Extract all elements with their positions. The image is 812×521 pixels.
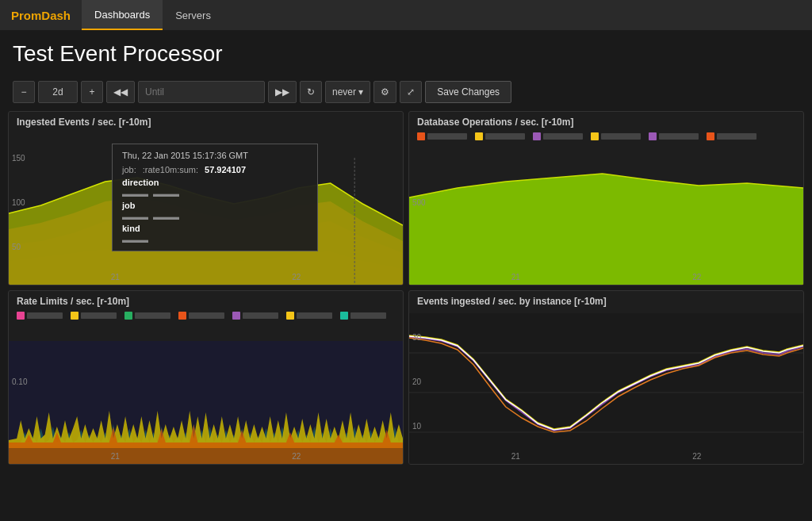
dashboard-grid: Ingested Events / sec. [r-10m] Thu, 22 J… (0, 111, 812, 473)
legend-swatch-3 (533, 132, 541, 140)
legend-swatch-5 (649, 132, 657, 140)
toolbar: − + ◀◀ ▶▶ ↻ never ▾ ⚙ ⤢ Save Changes (0, 81, 812, 111)
refresh-button[interactable]: ↻ (300, 81, 322, 103)
tooltip-direction-label: direction (122, 178, 308, 187)
svg-rect-15 (409, 313, 803, 464)
nav-brand[interactable]: PromDash (8, 9, 82, 22)
rate-legend-6 (286, 312, 332, 320)
panel-events-by-instance-title: Events ingested / sec. by instance [r-10… (409, 291, 803, 310)
x-label-21: 21 (111, 273, 120, 282)
y-label-20: 20 (412, 377, 421, 386)
tooltip-job-sub: ▬▬▬ ▬▬▬ (122, 212, 308, 221)
y-label-010: 0.10 (12, 377, 27, 386)
interval-input[interactable] (38, 81, 78, 103)
rate-label-6 (297, 312, 332, 319)
nav-item-dashboards[interactable]: Dashboards (82, 0, 163, 30)
rate-swatch-2 (71, 312, 79, 320)
tooltip: Thu, 22 Jan 2015 15:17:36 GMT job: :rate… (112, 144, 318, 251)
rate-legend-2 (71, 312, 117, 320)
legend-swatch-6 (707, 132, 714, 140)
panel-database-ops-title: Database Operations / sec. [r-10m] (409, 112, 803, 131)
events-by-instance-x-labels: 21 22 (409, 452, 803, 461)
rate-limits-chart (9, 341, 403, 464)
rate-label-7 (350, 312, 386, 319)
rate-limits-x-labels: 21 22 (9, 452, 403, 461)
legend-label-2 (485, 133, 525, 140)
y-label-100: 100 (12, 198, 25, 207)
tooltip-kind-label: kind (122, 224, 308, 233)
panel-ingested-events-title: Ingested Events / sec. [r-10m] (9, 112, 403, 131)
x-label-21c: 21 (111, 452, 120, 461)
back-double-button[interactable]: ◀◀ (106, 81, 135, 103)
nav-item-servers[interactable]: Servers (163, 0, 224, 30)
y-label-500: 500 (412, 198, 426, 207)
legend-item-5 (649, 132, 699, 140)
legend-swatch-1 (417, 132, 425, 140)
database-ops-legend (409, 131, 803, 144)
y-label-10: 10 (412, 422, 421, 431)
tooltip-timestamp: Thu, 22 Jan 2015 15:17:36 GMT (122, 151, 308, 160)
interval-minus-button[interactable]: − (13, 81, 35, 103)
rate-swatch-6 (286, 312, 294, 320)
legend-label-3 (543, 133, 583, 140)
y-label-30: 30 (412, 333, 421, 342)
legend-label-5 (659, 133, 699, 140)
rate-legend-7 (340, 312, 386, 320)
panel-rate-limits-title: Rate Limits / sec. [r-10m] (9, 291, 403, 310)
rate-label-5 (243, 312, 278, 319)
legend-item-2 (475, 132, 525, 140)
navbar: PromDash Dashboards Servers (0, 0, 812, 30)
rate-limits-legend (9, 310, 403, 323)
tooltip-job-metric: :rate10m:sum: (143, 165, 198, 174)
save-changes-button[interactable]: Save Changes (425, 81, 511, 103)
database-ops-x-labels: 21 22 (409, 273, 803, 282)
ingested-events-x-labels: 21 22 (9, 273, 403, 282)
rate-legend-4 (178, 312, 224, 320)
tooltip-kind-sub: ▬▬▬ (122, 235, 308, 244)
x-label-22c: 22 (292, 452, 301, 461)
legend-swatch-2 (475, 132, 483, 140)
legend-item-4 (591, 132, 641, 140)
legend-item-1 (417, 132, 467, 140)
forward-double-button[interactable]: ▶▶ (268, 81, 297, 103)
rate-label-3 (135, 312, 170, 319)
rate-swatch-1 (17, 312, 25, 320)
rate-swatch-3 (124, 312, 132, 320)
rate-label-1 (27, 312, 63, 319)
interval-plus-button[interactable]: + (81, 81, 103, 103)
legend-label-1 (427, 133, 467, 140)
rate-swatch-5 (232, 312, 240, 320)
y-label-50: 50 (12, 243, 25, 251)
x-label-22: 22 (292, 273, 301, 282)
events-by-instance-y-labels: 30 20 10 (412, 291, 421, 464)
tooltip-job-row: job: :rate10m:sum: 57.924107 (122, 165, 308, 174)
page-title: Test Event Processor (13, 41, 799, 67)
x-label-22b: 22 (692, 273, 701, 282)
x-label-21b: 21 (511, 273, 520, 282)
svg-marker-9 (409, 174, 803, 285)
rate-swatch-4 (178, 312, 186, 320)
tooltip-job-label2: job (122, 201, 308, 210)
settings-button[interactable]: ⚙ (373, 81, 396, 103)
legend-item-3 (533, 132, 583, 140)
events-by-instance-chart (409, 313, 803, 464)
tooltip-job-key: job: (122, 165, 136, 174)
rate-label-4 (189, 312, 224, 319)
x-label-22d: 22 (692, 452, 701, 461)
x-label-21d: 21 (511, 452, 520, 461)
database-ops-chart (409, 158, 803, 285)
panel-database-ops: Database Operations / sec. [r-10m] (408, 111, 804, 285)
never-dropdown[interactable]: never ▾ (325, 81, 370, 103)
panel-rate-limits: Rate Limits / sec. [r-10m] (8, 290, 404, 465)
until-input[interactable] (138, 81, 265, 103)
legend-swatch-4 (591, 132, 599, 140)
ingested-events-y-labels: 150 100 50 (12, 112, 25, 285)
legend-label-4 (601, 133, 641, 140)
panel-events-by-instance: Events ingested / sec. by instance [r-10… (408, 290, 804, 465)
expand-button[interactable]: ⤢ (400, 81, 422, 103)
legend-label-6 (717, 133, 756, 140)
panel-ingested-events: Ingested Events / sec. [r-10m] Thu, 22 J… (8, 111, 404, 285)
rate-legend-1 (17, 312, 63, 320)
y-label-150: 150 (12, 154, 25, 163)
legend-item-6 (707, 132, 756, 140)
